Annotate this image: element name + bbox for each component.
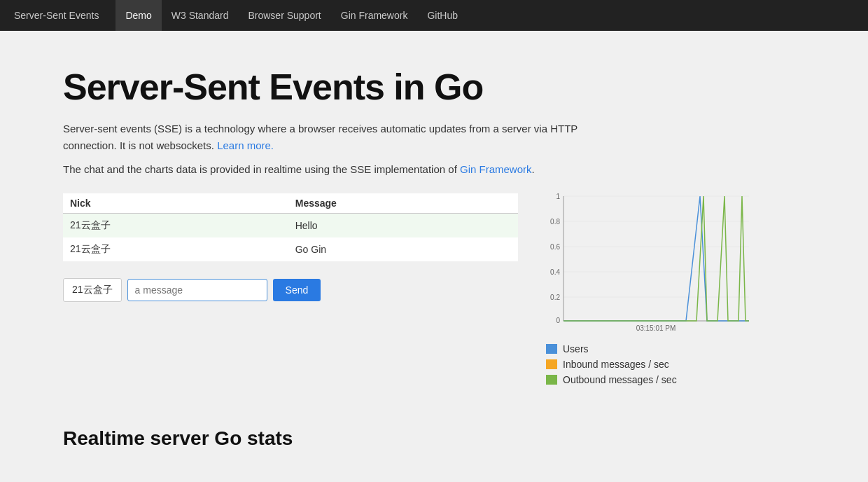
page-title: Server-Sent Events in Go xyxy=(63,66,805,108)
main-content: Server-Sent Events in Go Server-sent eve… xyxy=(49,31,819,482)
bottom-section: Realtime server Go stats xyxy=(63,427,805,478)
learn-more-link[interactable]: Learn more. xyxy=(217,139,274,151)
table-row: 21云盒子Go Gin xyxy=(63,237,518,261)
chart-legend: Users Inbound messages / sec Outbound me… xyxy=(546,343,805,385)
legend-outbound-color xyxy=(546,375,557,385)
legend-outbound-label: Outbound messages / sec xyxy=(563,374,677,385)
cell-message: Hello xyxy=(288,214,518,238)
cell-message: Go Gin xyxy=(288,237,518,261)
chat-table: Nick Message 21云盒子Hello21云盒子Go Gin xyxy=(63,193,518,261)
main-row: Nick Message 21云盒子Hello21云盒子Go Gin 21云盒子… xyxy=(63,193,805,385)
nav-item-w3[interactable]: W3 Standard xyxy=(162,0,239,31)
chart-svg: 1 0.8 0.6 0.4 0.2 0 xyxy=(546,193,756,333)
nick-display: 21云盒子 xyxy=(63,278,122,302)
chart-wrapper: 1 0.8 0.6 0.4 0.2 0 xyxy=(546,193,756,333)
nav-item-gin[interactable]: Gin Framework xyxy=(331,0,418,31)
svg-text:0.8: 0.8 xyxy=(550,218,560,226)
legend-users-color xyxy=(546,344,557,354)
legend-inbound: Inbound messages / sec xyxy=(546,359,805,370)
intro-paragraph: Server-sent events (SSE) is a technology… xyxy=(63,120,609,154)
send-button[interactable]: Send xyxy=(273,279,321,301)
navigation: Server-Sent Events Demo W3 Standard Brow… xyxy=(0,0,868,31)
message-input[interactable] xyxy=(127,279,267,301)
svg-text:0.2: 0.2 xyxy=(550,294,560,301)
bottom-title: Realtime server Go stats xyxy=(63,427,805,450)
svg-text:1: 1 xyxy=(556,193,560,200)
nav-item-browser-support[interactable]: Browser Support xyxy=(238,0,330,31)
cell-nick: 21云盒子 xyxy=(63,237,288,261)
cell-nick: 21云盒子 xyxy=(63,214,288,238)
legend-inbound-color xyxy=(546,359,557,369)
col-header-nick: Nick xyxy=(63,193,288,214)
col-header-message: Message xyxy=(288,193,518,214)
svg-text:0: 0 xyxy=(556,317,560,324)
gin-framework-link[interactable]: Gin Framework xyxy=(460,163,532,175)
legend-inbound-label: Inbound messages / sec xyxy=(563,359,669,370)
legend-users-label: Users xyxy=(563,343,589,354)
nav-item-github[interactable]: GitHub xyxy=(417,0,468,31)
svg-text:03:15:01 PM: 03:15:01 PM xyxy=(636,324,676,332)
nav-items: Demo W3 Standard Browser Support Gin Fra… xyxy=(115,0,468,31)
legend-outbound: Outbound messages / sec xyxy=(546,374,805,385)
legend-users: Users xyxy=(546,343,805,354)
nav-item-demo[interactable]: Demo xyxy=(115,0,161,31)
svg-text:0.6: 0.6 xyxy=(550,243,560,251)
chart-description: The chat and the charts data is provided… xyxy=(63,161,805,178)
svg-text:0.4: 0.4 xyxy=(550,268,560,276)
table-row: 21云盒子Hello xyxy=(63,214,518,238)
chat-section: Nick Message 21云盒子Hello21云盒子Go Gin 21云盒子… xyxy=(63,193,518,302)
chart-section: 1 0.8 0.6 0.4 0.2 0 xyxy=(546,193,805,385)
nav-brand: Server-Sent Events xyxy=(14,10,99,21)
chat-input-row: 21云盒子 Send xyxy=(63,278,518,302)
